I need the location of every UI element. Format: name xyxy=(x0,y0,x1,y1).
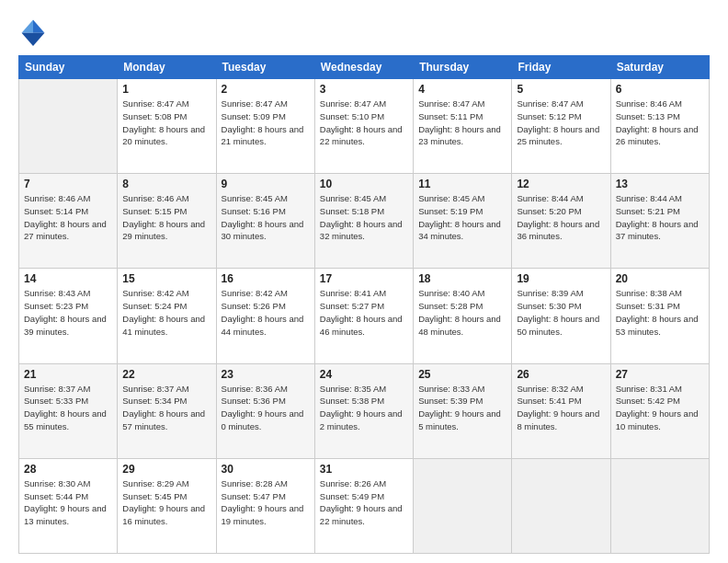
day-info: Sunrise: 8:47 AMSunset: 5:09 PMDaylight:… xyxy=(222,98,310,148)
day-number: 18 xyxy=(418,272,506,285)
day-number: 11 xyxy=(418,178,506,190)
weekday-header-saturday: Saturday xyxy=(610,56,709,79)
day-cell: 4Sunrise: 8:47 AMSunset: 5:11 PMDaylight… xyxy=(414,79,512,174)
day-cell: 15Sunrise: 8:42 AMSunset: 5:24 PMDayligh… xyxy=(118,269,216,363)
day-cell: 11Sunrise: 8:45 AMSunset: 5:19 PMDayligh… xyxy=(414,174,512,269)
day-cell: 25Sunrise: 8:33 AMSunset: 5:39 PMDayligh… xyxy=(414,363,512,458)
day-number: 22 xyxy=(122,368,210,381)
day-cell: 27Sunrise: 8:31 AMSunset: 5:42 PMDayligh… xyxy=(610,363,709,458)
day-info: Sunrise: 8:41 AMSunset: 5:27 PMDaylight:… xyxy=(320,287,408,338)
day-info: Sunrise: 8:29 AMSunset: 5:45 PMDaylight:… xyxy=(122,477,210,528)
calendar-table: SundayMondayTuesdayWednesdayThursdayFrid… xyxy=(18,55,710,554)
day-info: Sunrise: 8:26 AMSunset: 5:49 PMDaylight:… xyxy=(320,477,408,528)
day-number: 27 xyxy=(616,368,704,381)
week-row-1: 1Sunrise: 8:47 AMSunset: 5:08 PMDaylight… xyxy=(19,79,710,174)
day-info: Sunrise: 8:47 AMSunset: 5:10 PMDaylight:… xyxy=(320,98,408,148)
day-cell: 6Sunrise: 8:46 AMSunset: 5:13 PMDaylight… xyxy=(610,79,709,174)
logo-icon xyxy=(18,17,48,46)
day-cell: 8Sunrise: 8:46 AMSunset: 5:15 PMDaylight… xyxy=(118,174,216,269)
day-info: Sunrise: 8:46 AMSunset: 5:15 PMDaylight:… xyxy=(122,192,210,243)
day-info: Sunrise: 8:37 AMSunset: 5:34 PMDaylight:… xyxy=(122,383,210,433)
day-number: 25 xyxy=(418,368,506,381)
day-cell: 29Sunrise: 8:29 AMSunset: 5:45 PMDayligh… xyxy=(118,458,216,553)
day-number: 3 xyxy=(320,83,408,96)
day-number: 14 xyxy=(24,272,112,285)
day-number: 9 xyxy=(222,178,310,190)
day-cell: 24Sunrise: 8:35 AMSunset: 5:38 PMDayligh… xyxy=(314,363,413,458)
day-cell: 20Sunrise: 8:38 AMSunset: 5:31 PMDayligh… xyxy=(610,269,709,363)
logo xyxy=(18,17,51,46)
day-cell: 2Sunrise: 8:47 AMSunset: 5:09 PMDaylight… xyxy=(216,79,314,174)
day-info: Sunrise: 8:47 AMSunset: 5:08 PMDaylight:… xyxy=(122,98,210,148)
day-info: Sunrise: 8:31 AMSunset: 5:42 PMDaylight:… xyxy=(616,383,704,433)
week-row-2: 7Sunrise: 8:46 AMSunset: 5:14 PMDaylight… xyxy=(19,174,710,269)
day-info: Sunrise: 8:47 AMSunset: 5:12 PMDaylight:… xyxy=(517,98,605,148)
day-cell: 28Sunrise: 8:30 AMSunset: 5:44 PMDayligh… xyxy=(19,458,118,553)
day-number: 20 xyxy=(616,272,704,285)
day-info: Sunrise: 8:28 AMSunset: 5:47 PMDaylight:… xyxy=(222,477,310,528)
day-info: Sunrise: 8:40 AMSunset: 5:28 PMDaylight:… xyxy=(418,287,506,338)
day-cell: 16Sunrise: 8:42 AMSunset: 5:26 PMDayligh… xyxy=(216,269,314,363)
day-number: 26 xyxy=(517,368,605,381)
day-info: Sunrise: 8:42 AMSunset: 5:26 PMDaylight:… xyxy=(222,287,310,338)
day-info: Sunrise: 8:39 AMSunset: 5:30 PMDaylight:… xyxy=(517,287,605,338)
day-info: Sunrise: 8:45 AMSunset: 5:18 PMDaylight:… xyxy=(320,192,408,243)
day-info: Sunrise: 8:44 AMSunset: 5:21 PMDaylight:… xyxy=(616,192,704,243)
day-info: Sunrise: 8:32 AMSunset: 5:41 PMDaylight:… xyxy=(517,383,605,433)
day-cell: 26Sunrise: 8:32 AMSunset: 5:41 PMDayligh… xyxy=(512,363,610,458)
day-cell: 21Sunrise: 8:37 AMSunset: 5:33 PMDayligh… xyxy=(19,363,118,458)
day-info: Sunrise: 8:45 AMSunset: 5:16 PMDaylight:… xyxy=(222,192,310,243)
day-number: 30 xyxy=(222,463,310,476)
header xyxy=(18,17,710,46)
day-number: 28 xyxy=(24,463,112,476)
day-cell: 17Sunrise: 8:41 AMSunset: 5:27 PMDayligh… xyxy=(314,269,413,363)
day-number: 15 xyxy=(122,272,210,285)
week-row-4: 21Sunrise: 8:37 AMSunset: 5:33 PMDayligh… xyxy=(19,363,710,458)
day-number: 12 xyxy=(517,178,605,190)
day-info: Sunrise: 8:47 AMSunset: 5:11 PMDaylight:… xyxy=(418,98,506,148)
day-number: 21 xyxy=(24,368,112,381)
day-info: Sunrise: 8:30 AMSunset: 5:44 PMDaylight:… xyxy=(24,477,112,528)
day-info: Sunrise: 8:35 AMSunset: 5:38 PMDaylight:… xyxy=(320,383,408,433)
weekday-header-sunday: Sunday xyxy=(19,56,118,79)
day-number: 31 xyxy=(320,463,408,476)
day-cell: 19Sunrise: 8:39 AMSunset: 5:30 PMDayligh… xyxy=(512,269,610,363)
day-info: Sunrise: 8:42 AMSunset: 5:24 PMDaylight:… xyxy=(122,287,210,338)
day-cell: 9Sunrise: 8:45 AMSunset: 5:16 PMDaylight… xyxy=(216,174,314,269)
day-cell: 1Sunrise: 8:47 AMSunset: 5:08 PMDaylight… xyxy=(118,79,216,174)
day-info: Sunrise: 8:45 AMSunset: 5:19 PMDaylight:… xyxy=(418,192,506,243)
day-number: 6 xyxy=(616,83,704,96)
day-cell: 12Sunrise: 8:44 AMSunset: 5:20 PMDayligh… xyxy=(512,174,610,269)
day-info: Sunrise: 8:36 AMSunset: 5:36 PMDaylight:… xyxy=(222,383,310,433)
day-info: Sunrise: 8:33 AMSunset: 5:39 PMDaylight:… xyxy=(418,383,506,433)
day-number: 2 xyxy=(222,83,310,96)
day-info: Sunrise: 8:37 AMSunset: 5:33 PMDaylight:… xyxy=(24,383,112,433)
day-cell xyxy=(512,458,610,553)
day-number: 7 xyxy=(24,178,112,190)
weekday-header-tuesday: Tuesday xyxy=(216,56,314,79)
day-cell: 22Sunrise: 8:37 AMSunset: 5:34 PMDayligh… xyxy=(118,363,216,458)
day-number: 5 xyxy=(517,83,605,96)
svg-marker-0 xyxy=(33,20,44,33)
day-info: Sunrise: 8:43 AMSunset: 5:23 PMDaylight:… xyxy=(24,287,112,338)
page: SundayMondayTuesdayWednesdayThursdayFrid… xyxy=(0,0,728,563)
day-number: 13 xyxy=(616,178,704,190)
day-cell: 10Sunrise: 8:45 AMSunset: 5:18 PMDayligh… xyxy=(314,174,413,269)
svg-marker-2 xyxy=(22,33,45,46)
week-row-5: 28Sunrise: 8:30 AMSunset: 5:44 PMDayligh… xyxy=(19,458,710,553)
day-cell: 5Sunrise: 8:47 AMSunset: 5:12 PMDaylight… xyxy=(512,79,610,174)
weekday-header-monday: Monday xyxy=(118,56,216,79)
day-cell xyxy=(610,458,709,553)
day-number: 29 xyxy=(122,463,210,476)
day-cell xyxy=(19,79,118,174)
day-cell: 7Sunrise: 8:46 AMSunset: 5:14 PMDaylight… xyxy=(19,174,118,269)
day-number: 8 xyxy=(122,178,210,190)
day-cell: 18Sunrise: 8:40 AMSunset: 5:28 PMDayligh… xyxy=(414,269,512,363)
weekday-header-wednesday: Wednesday xyxy=(314,56,413,79)
day-cell: 23Sunrise: 8:36 AMSunset: 5:36 PMDayligh… xyxy=(216,363,314,458)
weekday-header-thursday: Thursday xyxy=(414,56,512,79)
day-number: 16 xyxy=(222,272,310,285)
day-cell: 3Sunrise: 8:47 AMSunset: 5:10 PMDaylight… xyxy=(314,79,413,174)
day-cell: 13Sunrise: 8:44 AMSunset: 5:21 PMDayligh… xyxy=(610,174,709,269)
day-cell xyxy=(414,458,512,553)
